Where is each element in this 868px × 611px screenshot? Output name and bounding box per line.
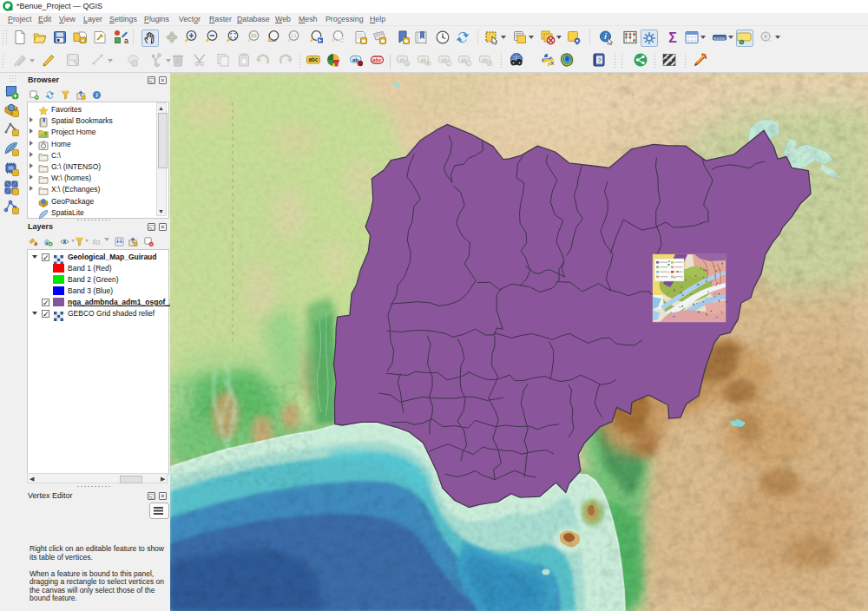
svg-text:ab: ab xyxy=(352,57,358,62)
svg-text:abc: abc xyxy=(372,57,382,62)
svg-text:a: a xyxy=(124,36,128,45)
svg-text:ab: ab xyxy=(420,57,425,62)
svg-text:Σ: Σ xyxy=(668,30,677,45)
svg-text:1:1: 1:1 xyxy=(291,34,297,38)
svg-text:✦: ✦ xyxy=(81,38,85,43)
svg-text:ab: ab xyxy=(441,57,446,62)
svg-text:abc: abc xyxy=(308,56,319,62)
svg-text:?: ? xyxy=(597,56,601,64)
svg-text:ab: ab xyxy=(461,57,466,62)
svg-text:ab: ab xyxy=(482,57,487,62)
svg-text:ε: ε xyxy=(93,238,96,246)
svg-text:ab: ab xyxy=(399,57,404,62)
